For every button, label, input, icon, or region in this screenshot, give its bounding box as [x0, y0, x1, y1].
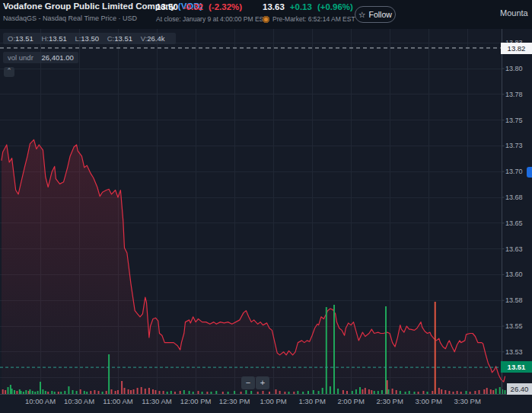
volume-bar: [293, 392, 295, 394]
volume-bar: [269, 392, 270, 394]
volume-indicator-value: 26,401.00: [41, 53, 73, 62]
volume-bar: [111, 389, 113, 394]
price-tick-label: 13.55: [505, 322, 523, 330]
close-price-row: 13.50-0.32(-2.32%): [156, 2, 242, 11]
time-tick-label: 3:00 PM: [415, 397, 441, 405]
volume-bar: [2, 389, 4, 394]
follow-button[interactable]: ☆ Follow: [355, 6, 396, 23]
volume-bar: [25, 390, 27, 394]
volume-bar: [98, 391, 100, 394]
volume-bar: [377, 391, 379, 394]
zoom-in-button[interactable]: +: [256, 376, 269, 389]
volume-bar: [257, 392, 259, 394]
volume-bar: [490, 389, 492, 394]
volume-bar: [492, 390, 494, 394]
volume-bar: [40, 382, 41, 394]
volume-bar: [21, 391, 22, 394]
volume-bar: [352, 391, 353, 394]
volume-bar: [80, 389, 81, 394]
ohlc-high-value: 13.51: [49, 34, 67, 43]
volume-bar: [170, 391, 172, 394]
volume-bar: [124, 388, 126, 394]
volume-bar: [206, 392, 208, 394]
price-chart[interactable]: 13.8313.8013.7813.7513.7313.7013.6813.65…: [0, 29, 532, 413]
volume-bar: [64, 391, 65, 394]
axis-scroll-handle[interactable]: [527, 167, 532, 178]
volume-bar: [130, 390, 132, 394]
volume-bar: [441, 389, 442, 394]
volume-indicator-legend[interactable]: vol undr 26,401.00: [3, 52, 78, 63]
volume-bar: [5, 390, 6, 394]
collapse-indicator-button[interactable]: ⌃: [4, 67, 14, 77]
volume-bar: [215, 391, 217, 394]
yahoo-finance-chart-page: { "header": { "title": "Vodafone Group P…: [0, 0, 532, 413]
volume-bar: [365, 388, 366, 394]
price-tick-label: 13.73: [505, 142, 523, 149]
close-caption: At close: January 9 at 4:00:00 PM EST: [156, 15, 267, 23]
volume-bar: [409, 391, 410, 394]
time-tick-label: 2:30 PM: [376, 397, 403, 405]
volume-bar: [163, 391, 164, 394]
volume-bar: [495, 389, 497, 394]
volume-bar: [108, 354, 110, 394]
volume-bar: [23, 392, 24, 394]
volume-bar: [68, 386, 69, 394]
ohlc-low-value: 13.50: [81, 34, 99, 43]
premarket-price: 13.63: [263, 2, 285, 11]
price-tick-label: 13.70: [505, 168, 523, 175]
volume-bar: [45, 391, 46, 394]
ohlc-legend: O:13.51 H:13.51 L:13.50 C:13.51 V:26.4k: [3, 33, 176, 44]
volume-bar: [505, 390, 506, 394]
time-tick-label: 12:30 PM: [219, 397, 250, 405]
chart-type-selector[interactable]: Mounta: [500, 8, 532, 18]
price-tick-label: 13.75: [505, 117, 523, 124]
time-tick-label: 1:00 PM: [260, 397, 286, 405]
volume-bar: [427, 392, 428, 394]
volume-bar: [180, 391, 181, 394]
volume-bar: [432, 391, 433, 394]
volume-bar: [29, 389, 30, 394]
close-price: 13.50: [156, 2, 178, 11]
volume-bar: [355, 389, 357, 394]
close-change: -0.32: [183, 2, 203, 11]
premarket-clock-icon: [263, 16, 269, 23]
time-tick-label: 12:00 PM: [180, 397, 212, 405]
volume-bar: [288, 392, 290, 394]
premarket-price-row: 13.63+0.13(+0.96%): [263, 2, 353, 11]
volume-bar: [381, 390, 383, 394]
zoom-out-button[interactable]: −: [241, 376, 255, 389]
volume-bar: [159, 391, 161, 394]
volume-bar: [245, 390, 247, 394]
volume-bar: [470, 392, 471, 394]
chart-container: 13.8313.8013.7813.7513.7313.7013.6813.65…: [0, 29, 532, 413]
volume-bar: [342, 390, 344, 394]
volume-bar: [76, 391, 78, 394]
last-price-axis-badge: 13.51: [501, 361, 532, 373]
ohlc-high-label: H:: [41, 34, 49, 43]
volume-bar: [346, 391, 348, 394]
volume-bar: [322, 388, 323, 394]
volume-bar: [183, 390, 185, 394]
volume-bar: [250, 391, 252, 394]
price-tick-label: 13.80: [505, 65, 523, 72]
star-icon: ☆: [358, 10, 365, 19]
volume-bar: [359, 387, 361, 394]
volume-bar: [222, 392, 224, 394]
volume-bar: [128, 389, 129, 394]
volume-bar: [198, 391, 199, 394]
volume-bar: [121, 381, 123, 394]
volume-bar: [211, 392, 212, 394]
volume-bar: [193, 392, 194, 394]
close-change-pct: (-2.32%): [209, 2, 242, 11]
volume-bar: [72, 390, 74, 394]
volume-bar: [457, 391, 458, 394]
volume-bar: [405, 392, 406, 394]
volume-bar: [174, 392, 176, 394]
volume-bar: [460, 392, 462, 394]
volume-bar: [318, 391, 320, 394]
volume-bar: [362, 389, 363, 394]
volume-bar: [11, 389, 13, 394]
ohlc-open-value: 13.51: [15, 34, 33, 43]
volume-bar: [106, 391, 107, 394]
volume-bar: [448, 391, 450, 394]
